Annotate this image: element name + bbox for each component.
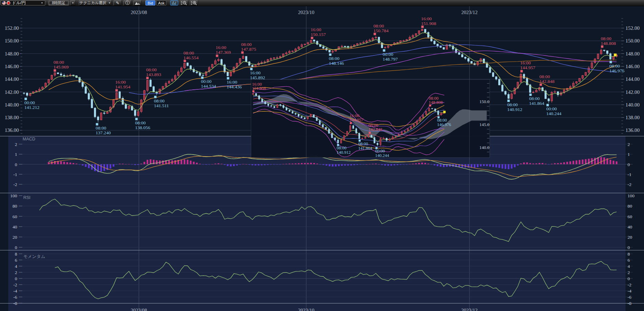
momentum-axis-label: -2 <box>13 282 17 287</box>
rsi-axis-label: 60 <box>13 214 17 219</box>
momentum-axis-label: 4 <box>15 264 17 269</box>
momentum-pane-title: モメンタム <box>23 254 45 259</box>
price-annotation-low: 141.212 <box>24 105 39 110</box>
currency-pair-dropdown[interactable]: ドル/円 ▼ <box>1 0 45 5</box>
rsi-axis-label: 40 <box>628 224 632 229</box>
rsi-axis-label: 20 <box>13 235 17 240</box>
bid-button[interactable]: Bid <box>145 0 155 5</box>
zoom-out-button[interactable] <box>180 0 188 5</box>
price-annotation-high: 150.784 <box>373 28 389 33</box>
price-annotation-low: 144.534 <box>201 84 216 89</box>
price-annotation-low: 146.976 <box>609 68 624 73</box>
annotation-marker-high <box>421 26 424 28</box>
price-axis-label: 136.00 <box>5 127 19 133</box>
price-axis-label: 148.00 <box>5 51 19 57</box>
chart-canvas[interactable]: 152.00152.00150.00150.00148.00148.00146.… <box>0 0 644 311</box>
mountain-icon <box>134 1 141 5</box>
bar-chart-button[interactable] <box>170 0 178 5</box>
price-axis-label: 152.00 <box>625 25 640 31</box>
price-annotation-low: 138.056 <box>135 125 150 130</box>
rsi-axis-label: 80 <box>628 203 632 209</box>
inset-axis-label: 145.0 <box>479 122 489 127</box>
inset-mini-chart[interactable]: 16:00151.90816:00144.95708:00142.84808:0… <box>251 79 490 158</box>
price-annotation-high: 16:00 <box>421 16 432 21</box>
date-label-bottom: 2023/10 <box>298 308 314 311</box>
date-label: 2023/12 <box>461 10 478 15</box>
price-annotation-high: 142.848 <box>539 79 554 84</box>
price-annotation-high: 08:00 <box>53 60 64 65</box>
annotation-marker-low <box>329 53 332 56</box>
rsi-pane-title: RSI <box>23 195 31 200</box>
timeframe-button[interactable]: 8時間足 <box>48 0 69 5</box>
price-annotation-high: 141.954 <box>115 84 130 89</box>
momentum-axis-label: 6 <box>15 258 17 263</box>
momentum-axis-label: 2 <box>15 270 17 275</box>
price-annotation-high: 16:00 <box>311 27 321 32</box>
rsi-axis-label: 0 <box>15 245 17 250</box>
price-axis-label: 140.00 <box>625 102 640 108</box>
price-annotation-low: 08:00 <box>154 98 165 103</box>
pencil-icon: ✎ <box>116 1 119 5</box>
momentum-axis-label: 6 <box>628 258 630 263</box>
price-annotation-low: 140.244 <box>546 111 561 116</box>
price-annotation-low: 08:00 <box>329 56 339 61</box>
chevron-down-icon: ▼ <box>40 2 44 4</box>
macd-axis-label: -2 <box>13 182 17 187</box>
current-price-marker <box>614 53 617 56</box>
macd-axis-label: -1 <box>628 172 631 177</box>
price-annotation-high: 08:00 <box>373 23 384 28</box>
price-annotation-low: 08:00 <box>507 102 518 107</box>
momentum-axis-label: -6 <box>628 295 631 300</box>
inset-annotation-low: 140.244 <box>375 153 389 158</box>
price-annotation-high: 146.554 <box>183 55 199 60</box>
price-annotation-low: 16:00 <box>250 70 261 75</box>
momentum-axis-label: 4 <box>628 264 630 269</box>
price-annotation-high: 08:00 <box>146 67 157 72</box>
annotation-marker-high <box>116 89 118 91</box>
price-annotation-low: 00:00 <box>201 79 212 84</box>
inset-axis-label: 150.0 <box>479 99 489 104</box>
timeframe-dropdown-arrow[interactable]: ▼ <box>70 0 76 5</box>
rsi-axis-label: 20 <box>628 235 632 240</box>
macd-axis-label: 0 <box>15 162 17 167</box>
fx-chart-app: ドル/円 ▼ 8時間足 ▼ テクニカル選択 ▼ ✎ ⓘ Bid Ask <box>0 0 644 311</box>
price-annotation-high: 08:00 <box>601 36 611 41</box>
momentum-axis-label: 8 <box>15 251 17 257</box>
bar-chart-icon <box>171 1 177 5</box>
inset-annotation-high: 144.957 <box>349 117 363 122</box>
momentum-axis-label: -2 <box>628 282 631 287</box>
inset-annotation-low: 00:00 <box>375 149 385 153</box>
inset-annotation-high: 151.908 <box>252 86 266 91</box>
technical-select-label: テクニカル選択 <box>79 0 106 5</box>
technical-select-button[interactable]: テクニカル選択 ▼ <box>79 0 112 5</box>
timeframe-label: 8時間足 <box>52 0 65 5</box>
macd-axis-label: 2 <box>15 142 17 147</box>
price-annotation-low: 141.864 <box>529 101 544 106</box>
price-annotation-low: 140.912 <box>507 107 522 112</box>
macd-pane-title: MACD <box>23 137 35 141</box>
info-button[interactable]: ⓘ <box>123 0 132 5</box>
rsi-axis-label: 0 <box>628 245 630 250</box>
price-annotation-high: 16:00 <box>115 79 126 85</box>
ask-button[interactable]: Ask <box>156 0 166 5</box>
inset-annotation-low: 140.912 <box>337 150 351 155</box>
price-axis-label: 152.00 <box>5 25 19 31</box>
price-annotation-low: 144.436 <box>227 84 242 89</box>
annotation-marker-high <box>521 70 523 72</box>
date-label: 2023/08 <box>131 10 147 15</box>
price-annotation-low: 08:00 <box>135 120 146 125</box>
price-annotation-low: 00:00 <box>546 106 557 111</box>
chart-style-button[interactable] <box>133 0 142 5</box>
inset-annotation-low: 141.864 <box>358 146 372 151</box>
annotation-marker-low <box>154 96 157 98</box>
price-annotation-high: 16:00 <box>216 45 226 50</box>
price-axis-label: 138.00 <box>5 115 19 120</box>
zoom-in-button[interactable] <box>190 0 198 5</box>
momentum-axis-label: -6 <box>13 295 17 300</box>
price-annotation-high: 147.369 <box>216 50 231 55</box>
price-axis-label: 140.00 <box>5 102 19 108</box>
price-axis-label: 144.00 <box>625 76 640 82</box>
annotation-marker-low <box>96 123 98 125</box>
toolbar: ドル/円 ▼ 8時間足 ▼ テクニカル選択 ▼ ✎ ⓘ Bid Ask <box>0 0 644 6</box>
draw-tool-button[interactable]: ✎ <box>114 0 122 5</box>
